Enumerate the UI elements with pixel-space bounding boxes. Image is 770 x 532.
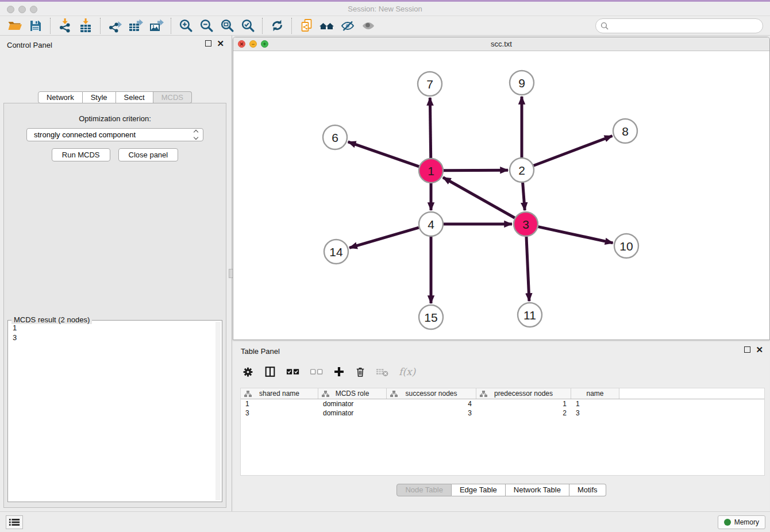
- window-titlebar: Session: New Session: [0, 0, 770, 16]
- graph-node-label-4: 4: [428, 218, 434, 231]
- graph-node-label-9: 9: [518, 76, 525, 90]
- import-table-button[interactable]: [75, 17, 96, 34]
- gear-icon[interactable]: [242, 366, 254, 378]
- graph-edge-1-7[interactable]: [430, 98, 430, 158]
- double-house-icon: [319, 19, 335, 33]
- tree-icon: [480, 390, 487, 398]
- magnifier-minus-icon: [199, 18, 214, 33]
- graph-node-label-3: 3: [522, 218, 529, 231]
- zoom-out-button[interactable]: [196, 17, 217, 34]
- close-panel-icon[interactable]: ✕: [217, 40, 224, 47]
- plus-icon[interactable]: [333, 366, 345, 377]
- network-window-titlebar: ✕ − + scc.txt: [233, 37, 769, 51]
- close-table-panel-icon[interactable]: ✕: [756, 346, 763, 353]
- search-box: [595, 18, 763, 33]
- refresh-layout-button[interactable]: [267, 17, 287, 34]
- close-view-icon[interactable]: ✕: [238, 40, 245, 48]
- maximize-view-icon[interactable]: +: [261, 40, 268, 48]
- columns-icon[interactable]: [264, 365, 276, 378]
- unchecked-boxes-icon[interactable]: [310, 367, 324, 377]
- float-panel-icon[interactable]: [205, 40, 211, 47]
- show-all-button[interactable]: [358, 17, 379, 34]
- memory-button[interactable]: Memory: [718, 515, 765, 529]
- export-image-button[interactable]: [146, 17, 167, 34]
- column-header-name[interactable]: name: [571, 388, 619, 399]
- result-scrollbar[interactable]: [215, 322, 221, 500]
- search-input[interactable]: [609, 20, 763, 32]
- tab-edge-table[interactable]: Edge Table: [452, 484, 506, 496]
- zoom-in-button[interactable]: [175, 17, 196, 34]
- control-panel-tabs: NetworkStyleSelectMCDS: [0, 91, 230, 103]
- magnifier-frame-icon: [220, 18, 234, 33]
- table-cell: 1: [241, 399, 318, 408]
- tab-mcds[interactable]: MCDS: [153, 91, 192, 103]
- task-history-button[interactable]: [6, 515, 23, 529]
- hide-selected-button[interactable]: [337, 17, 358, 34]
- table-row[interactable]: 1dominator411: [241, 399, 764, 408]
- graph-edge-3-1[interactable]: [443, 178, 515, 218]
- checked-boxes-icon[interactable]: [286, 367, 300, 377]
- run-mcds-button[interactable]: Run MCDS: [52, 148, 110, 161]
- save-session-button[interactable]: [25, 17, 46, 34]
- graph-edge-2-3[interactable]: [523, 183, 525, 210]
- graph-edge-1-2[interactable]: [444, 170, 508, 171]
- table-cell: dominator: [318, 399, 387, 408]
- float-table-panel-icon[interactable]: [744, 346, 750, 353]
- tree-icon: [390, 390, 398, 398]
- minimize-window-icon[interactable]: [18, 6, 26, 13]
- zoom-fit-button[interactable]: [217, 17, 237, 34]
- table-cell: 3: [571, 408, 619, 418]
- graph-edge-2-8[interactable]: [534, 136, 613, 165]
- toolbar-separator: [262, 18, 263, 34]
- graph-node-label-7: 7: [426, 78, 433, 91]
- tab-network-table[interactable]: Network Table: [506, 484, 569, 496]
- column-header-shared-name[interactable]: shared name: [241, 388, 318, 399]
- import-network-button[interactable]: [55, 17, 75, 34]
- panel-divider[interactable]: [230, 36, 232, 511]
- graph-edge-1-6[interactable]: [348, 142, 419, 167]
- magnifier-icon: [600, 22, 609, 30]
- mcds-result-box: MCDS result (2 nodes) 1 3: [7, 320, 222, 502]
- export-table-button[interactable]: [125, 17, 146, 34]
- trash-icon[interactable]: [355, 365, 366, 378]
- eye-icon: [361, 19, 376, 33]
- network-import-icon: [58, 18, 72, 33]
- first-neighbors-button[interactable]: [317, 17, 337, 34]
- network-canvas[interactable]: 7968124314101511: [233, 51, 769, 340]
- optimization-criterion-label: Optimization criterion:: [4, 114, 226, 123]
- tab-style[interactable]: Style: [83, 91, 116, 103]
- tab-motifs[interactable]: Motifs: [569, 484, 606, 496]
- close-panel-button[interactable]: Close panel: [118, 148, 179, 161]
- delete-column-icon[interactable]: [376, 366, 389, 377]
- open-session-button[interactable]: [5, 17, 25, 34]
- column-header-predecessor-nodes[interactable]: predecessor nodes: [476, 388, 571, 399]
- minimize-view-icon[interactable]: −: [249, 40, 257, 48]
- network-graph[interactable]: 7968124314101511: [233, 51, 769, 340]
- column-header-MCDS-role[interactable]: MCDS role: [318, 388, 387, 399]
- folder-open-icon: [7, 19, 23, 33]
- zoom-window-icon[interactable]: [30, 6, 37, 13]
- tab-node-table[interactable]: Node Table: [396, 484, 452, 496]
- zoom-selected-button[interactable]: [237, 17, 258, 34]
- tab-select[interactable]: Select: [116, 91, 153, 103]
- tab-network[interactable]: Network: [38, 91, 83, 103]
- eye-slash-icon: [340, 19, 355, 33]
- new-network-from-selection-button[interactable]: [296, 17, 317, 34]
- criterion-select[interactable]: strongly connected component: [26, 128, 203, 141]
- network-view-window: ✕ − + scc.txt 7968124314101511: [233, 37, 770, 340]
- function-icon[interactable]: f(x): [399, 366, 415, 377]
- mcds-result-text[interactable]: 1 3: [9, 323, 215, 500]
- memory-label: Memory: [734, 518, 759, 526]
- table-row[interactable]: 3dominator323: [241, 408, 764, 418]
- close-window-icon[interactable]: [7, 6, 14, 13]
- table-panel: Table Panel ✕: [234, 342, 769, 511]
- graph-edge-3-11[interactable]: [526, 237, 529, 301]
- tree-icon: [244, 390, 252, 398]
- status-bar: Memory: [0, 511, 770, 532]
- graph-edge-3-10[interactable]: [538, 227, 613, 243]
- table-export-icon: [128, 18, 144, 33]
- column-header-successor-nodes[interactable]: successor nodes: [387, 388, 476, 399]
- export-network-button[interactable]: [105, 17, 125, 34]
- graph-edge-4-14[interactable]: [349, 228, 419, 248]
- table-cell: 1: [476, 399, 571, 408]
